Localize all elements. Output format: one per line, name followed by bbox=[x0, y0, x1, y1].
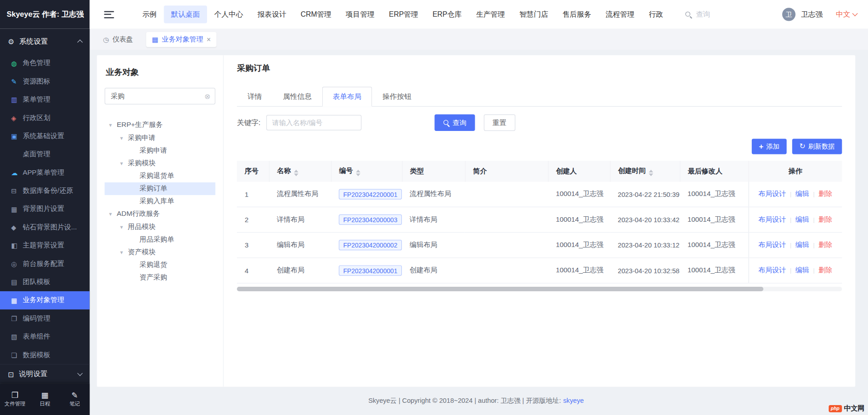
sidebar-item-diamond-background[interactable]: ◆ 钻石背景图片设... bbox=[0, 218, 90, 236]
language-selector[interactable]: 中文 bbox=[836, 9, 857, 19]
sort-icon[interactable] bbox=[294, 170, 298, 177]
skyeye-link[interactable]: skyeye bbox=[563, 397, 584, 405]
nav-item[interactable]: 流程管理 bbox=[599, 5, 642, 23]
menu-toggle-icon[interactable] bbox=[104, 11, 114, 18]
delete-link[interactable]: 删除 bbox=[819, 190, 833, 198]
tab-form-layout[interactable]: 表单布局 bbox=[322, 87, 372, 107]
tree-item[interactable]: 采购入库单 bbox=[104, 195, 215, 208]
global-search[interactable]: 查询 bbox=[685, 9, 710, 19]
tree-search-input[interactable] bbox=[109, 92, 204, 101]
tab-attributes[interactable]: 属性信息 bbox=[272, 87, 322, 107]
delete-link[interactable]: 删除 bbox=[819, 215, 833, 223]
sidebar-item-menu-management[interactable]: ▥ 菜单管理 bbox=[0, 91, 90, 109]
nav-item[interactable]: CRM管理 bbox=[293, 5, 339, 23]
sidebar-item-role-management[interactable]: ◍ 角色管理 bbox=[0, 54, 90, 72]
edit-link[interactable]: 编辑 bbox=[795, 215, 809, 223]
resource-icon: ✎ bbox=[11, 78, 23, 85]
tree-item[interactable]: ERP+生产服务 bbox=[104, 119, 215, 131]
dock-item-notes[interactable]: ✎ 笔记 bbox=[60, 384, 90, 415]
tab-business-object-management[interactable]: 业务对象管理 bbox=[146, 32, 217, 47]
sidebar-item-administrative-district[interactable]: ◈ 行政区划 bbox=[0, 109, 90, 127]
nav-item[interactable]: 示例 bbox=[135, 5, 164, 23]
scrollbar-thumb[interactable] bbox=[237, 287, 763, 291]
tree-item-selected[interactable]: 采购订单 bbox=[104, 182, 215, 195]
sidebar-item-background-image-settings[interactable]: ▦ 背景图片设置 bbox=[0, 200, 90, 218]
reset-button[interactable]: 重置 bbox=[484, 114, 515, 131]
add-button[interactable]: 添加 bbox=[752, 139, 787, 154]
tree-item[interactable]: 采购退货单 bbox=[104, 170, 215, 182]
close-icon[interactable] bbox=[207, 36, 211, 43]
sidebar-item-app-menu-management[interactable]: ☁ APP菜单管理 bbox=[0, 163, 90, 182]
dock-item-schedule[interactable]: ▦ 日程 bbox=[30, 384, 60, 415]
column-header-code[interactable]: 编号 bbox=[331, 161, 402, 182]
clear-icon[interactable] bbox=[204, 93, 210, 100]
tree-item[interactable]: 采购申请 bbox=[104, 144, 215, 157]
sidebar-item-db-backup-restore[interactable]: ⊟ 数据库备份/还原 bbox=[0, 182, 90, 200]
sidebar-section-system-settings[interactable]: 系统设置 bbox=[0, 29, 90, 54]
sort-icon[interactable] bbox=[648, 170, 653, 177]
nav-item[interactable]: 售后服务 bbox=[555, 5, 599, 23]
edit-link[interactable]: 编辑 bbox=[795, 266, 809, 274]
nav-item[interactable]: ERP管理 bbox=[382, 5, 425, 23]
nav-item[interactable]: 报表设计 bbox=[250, 5, 293, 23]
delete-link[interactable]: 删除 bbox=[819, 241, 833, 249]
tab-detail[interactable]: 详情 bbox=[237, 87, 272, 107]
column-header-created-at[interactable]: 创建时间 bbox=[610, 161, 679, 182]
sidebar-item-business-object-management[interactable]: ▦ 业务对象管理 bbox=[0, 291, 90, 309]
sidebar-item-theme-background[interactable]: ◧ 主题背景设置 bbox=[0, 237, 90, 255]
caret-down-icon[interactable] bbox=[120, 135, 128, 141]
nav-item[interactable]: 生产管理 bbox=[469, 5, 512, 23]
sidebar-item-resource-icons[interactable]: ✎ 资源图标 bbox=[0, 72, 90, 90]
sidebar-item-coding-management[interactable]: ❐ 编码管理 bbox=[0, 309, 90, 327]
user-avatar[interactable]: 卫 bbox=[782, 8, 795, 21]
sort-icon[interactable] bbox=[356, 170, 360, 177]
sidebar-item-form-widget[interactable]: ▧ 表单组件 bbox=[0, 328, 90, 346]
nav-item[interactable]: ERP仓库 bbox=[425, 5, 469, 23]
table-row[interactable]: 2 详情布局 FP2023042000003 详情布局 100014_卫志强 2… bbox=[237, 207, 842, 232]
delete-link[interactable]: 删除 bbox=[819, 266, 833, 274]
form-widget-icon: ▧ bbox=[11, 333, 23, 340]
table-row[interactable]: 1 流程属性布局 FP2023042200001 流程属性布局 100014_卫… bbox=[237, 182, 842, 207]
caret-down-icon[interactable] bbox=[109, 122, 117, 128]
dock-item-file-management[interactable]: ❒ 文件管理 bbox=[0, 384, 30, 415]
tree-item[interactable]: 采购退货 bbox=[104, 259, 215, 271]
table-row[interactable]: 3 编辑布局 FP2023042000002 编辑布局 100014_卫志强 2… bbox=[237, 233, 842, 258]
sidebar-item-team-template[interactable]: ▤ 团队模板 bbox=[0, 273, 90, 291]
tree-item[interactable]: 用品模块 bbox=[104, 220, 215, 233]
table-row[interactable]: 4 创建布局 FP2023042000001 创建布局 100014_卫志强 2… bbox=[237, 258, 842, 283]
tree-item[interactable]: 用品采购单 bbox=[104, 233, 215, 246]
tree-item[interactable]: ADM行政服务 bbox=[104, 208, 215, 220]
tab-dashboard[interactable]: 仪表盘 bbox=[98, 32, 139, 47]
nav-item[interactable]: 项目管理 bbox=[339, 5, 382, 23]
search-button[interactable]: 查询 bbox=[434, 114, 475, 131]
nav-item[interactable]: 行政 bbox=[642, 5, 670, 23]
layout-design-link[interactable]: 布局设计 bbox=[758, 241, 786, 249]
tree-item[interactable]: 采购模块 bbox=[104, 157, 215, 170]
horizontal-scrollbar[interactable] bbox=[237, 287, 842, 291]
user-name[interactable]: 卫志强 bbox=[801, 9, 823, 19]
edit-link[interactable]: 编辑 bbox=[795, 241, 809, 249]
sidebar-item-data-template[interactable]: ❏ 数据模板 bbox=[0, 346, 90, 364]
refresh-button[interactable]: 刷新数据 bbox=[792, 139, 842, 154]
nav-item[interactable]: 智慧门店 bbox=[512, 5, 556, 23]
tree-item[interactable]: 资产采购 bbox=[104, 271, 215, 284]
nav-item-active[interactable]: 默认桌面 bbox=[164, 5, 207, 23]
tree-item[interactable]: 资产模块 bbox=[104, 246, 215, 259]
caret-down-icon[interactable] bbox=[120, 224, 128, 230]
sidebar-item-system-base-settings[interactable]: ▣ 系统基础设置 bbox=[0, 127, 90, 145]
caret-down-icon[interactable] bbox=[109, 211, 117, 217]
keyword-input[interactable] bbox=[266, 115, 362, 131]
sidebar-item-desktop-management[interactable]: 桌面管理 bbox=[0, 145, 90, 163]
tab-action-buttons[interactable]: 操作按钮 bbox=[372, 87, 422, 107]
layout-design-link[interactable]: 布局设计 bbox=[758, 266, 786, 274]
caret-down-icon[interactable] bbox=[120, 160, 128, 166]
layout-design-link[interactable]: 布局设计 bbox=[758, 190, 786, 198]
sidebar-section-description-settings[interactable]: 说明设置 bbox=[0, 364, 90, 383]
layout-design-link[interactable]: 布局设计 bbox=[758, 215, 786, 223]
tree-item[interactable]: 采购申请 bbox=[104, 131, 215, 144]
caret-down-icon[interactable] bbox=[120, 249, 128, 255]
nav-item[interactable]: 个人中心 bbox=[207, 5, 250, 23]
edit-link[interactable]: 编辑 bbox=[795, 190, 809, 198]
sidebar-item-front-service-config[interactable]: ◎ 前台服务配置 bbox=[0, 255, 90, 273]
column-header-name[interactable]: 名称 bbox=[269, 161, 331, 182]
